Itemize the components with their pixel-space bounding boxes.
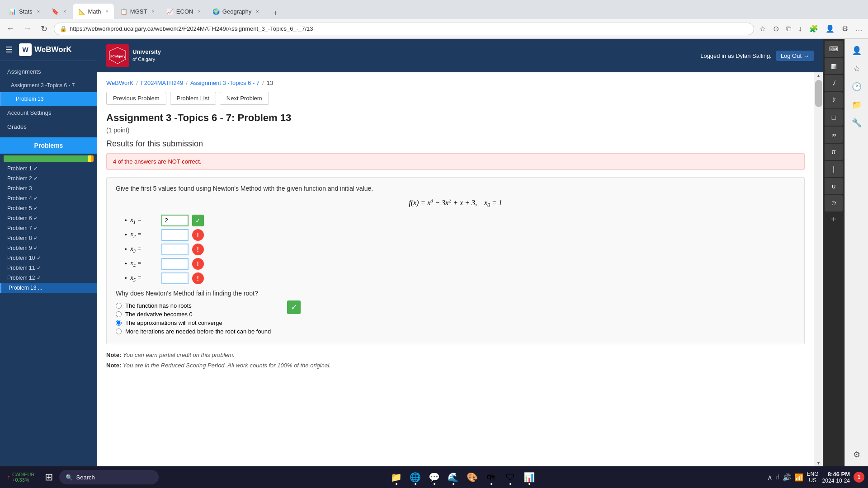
forward-button[interactable]: → xyxy=(21,22,34,35)
breadcrumb-course[interactable]: F2024MATH249 xyxy=(141,80,183,86)
taskbar-app-store[interactable]: 🛍 xyxy=(483,469,500,486)
notification-badge[interactable]: 1 xyxy=(854,472,864,483)
math-tool-abs[interactable]: | xyxy=(825,161,843,177)
side-panel-history[interactable]: 🕐 xyxy=(849,79,865,95)
tray-up-arrow[interactable]: ∧ xyxy=(767,473,773,482)
side-panel-tools[interactable]: 🔧 xyxy=(849,115,865,131)
radio-input-2[interactable] xyxy=(116,311,122,317)
sidebar-item-problem13[interactable]: Problem 13 xyxy=(0,92,97,106)
problem-list-item-9[interactable]: Problem 9 ✓ xyxy=(0,243,97,253)
address-bar[interactable]: 🔒 https://webworkprod.ucalgary.ca/webwor… xyxy=(54,23,754,35)
audio-icon[interactable]: 🔊 xyxy=(783,473,792,482)
problem-list-item-10[interactable]: Problem 10 ✓ xyxy=(0,253,97,263)
math-tool-keypad[interactable]: ⌨ xyxy=(825,41,843,57)
scroll-up-arrow[interactable]: ▲ xyxy=(814,72,823,79)
next-problem-button[interactable]: Next Problem xyxy=(220,92,269,105)
problem-list-item-12[interactable]: Problem 12 ✓ xyxy=(0,273,97,283)
side-panel-collections[interactable]: 📁 xyxy=(849,97,865,113)
sidebar-item-account[interactable]: Account Settings xyxy=(0,106,97,120)
taskbar-app-antivirus[interactable]: 🛡 xyxy=(502,469,519,486)
problem-list-item-7[interactable]: Problem 7 ✓ xyxy=(0,223,97,233)
math-tool-tt[interactable]: Tt xyxy=(825,195,843,211)
taskbar-app-file-explorer[interactable]: 📁 xyxy=(388,469,405,486)
taskbar-app-excel[interactable]: 📊 xyxy=(521,469,538,486)
scroll-down-arrow[interactable]: ▼ xyxy=(814,460,823,466)
math-tool-cbrt[interactable]: ∛ xyxy=(825,92,843,108)
reload-button[interactable]: ↻ xyxy=(38,22,50,36)
taskbar-clock[interactable]: 8:46 PM 2024-10-24 xyxy=(822,471,850,484)
logout-button[interactable]: Log Out → xyxy=(776,51,814,61)
tab-geography[interactable]: 🌍 Geography × xyxy=(207,4,264,19)
tab-2[interactable]: 🔖 × xyxy=(46,4,71,19)
answer-input-3[interactable] xyxy=(161,244,189,255)
tab-stats[interactable]: 📊 Stats × xyxy=(4,4,45,19)
answer-input-2[interactable] xyxy=(161,229,189,241)
network-icon[interactable]: 📶 xyxy=(794,473,803,482)
extensions-button[interactable]: 🧩 xyxy=(807,23,820,35)
more-button[interactable]: … xyxy=(854,23,864,35)
radio-input-3[interactable] xyxy=(116,320,122,326)
tab-geography-close[interactable]: × xyxy=(256,9,259,14)
radio-input-1[interactable] xyxy=(116,303,122,309)
breadcrumb-assignment[interactable]: Assignment 3 -Topics 6 - 7 xyxy=(190,80,259,86)
problem-list-button[interactable]: Problem List xyxy=(170,92,216,105)
start-button[interactable]: ⊞ xyxy=(41,469,57,485)
tab-2-close[interactable]: × xyxy=(63,9,66,14)
stock-ticker[interactable]: ↑ CAD/EUR +0.33% xyxy=(4,471,38,483)
math-tool-union[interactable]: ∪ xyxy=(825,178,843,194)
bookmark-button[interactable]: ☆ xyxy=(758,23,768,35)
problem-list-item-11[interactable]: Problem 11 ✓ xyxy=(0,263,97,273)
language-indicator[interactable]: ENG US xyxy=(807,471,819,483)
taskbar-app-browser[interactable]: 🌐 xyxy=(407,469,424,486)
problem-list-item-5[interactable]: Problem 5 ✓ xyxy=(0,203,97,213)
tab-mgst[interactable]: 📋 MGST × xyxy=(115,4,160,19)
profile-button[interactable]: 👤 xyxy=(824,23,836,35)
tab-math[interactable]: 📐 Math × xyxy=(73,4,114,19)
side-panel-profile[interactable]: 👤 xyxy=(849,42,865,59)
split-screen-button[interactable]: ⧉ xyxy=(784,23,793,35)
problem-list-item-2[interactable]: Problem 2 ✓ xyxy=(0,174,97,183)
hamburger-menu[interactable]: ☰ xyxy=(5,45,13,55)
math-tool-infinity[interactable]: ∞ xyxy=(825,127,843,143)
tab-econ[interactable]: 📈 ECON × xyxy=(161,4,206,19)
back-button[interactable]: ← xyxy=(4,22,17,35)
sidebar-problems-button[interactable]: Problems xyxy=(0,137,97,154)
previous-problem-button[interactable]: Previous Problem xyxy=(106,92,166,105)
taskbar-app-paint[interactable]: 🎨 xyxy=(464,469,481,486)
answer-input-1[interactable] xyxy=(161,215,189,226)
taskbar-app-edge[interactable]: 🌊 xyxy=(445,469,462,486)
taskbar-app-teams[interactable]: 💬 xyxy=(426,469,443,486)
downloads-button[interactable]: ↓ xyxy=(797,23,804,35)
math-tool-pi[interactable]: π xyxy=(825,144,843,160)
math-tool-add[interactable]: + xyxy=(831,214,836,225)
side-panel-extensions[interactable]: ⚙ xyxy=(849,446,865,463)
sidebar-item-assignment-detail[interactable]: Assignment 3 -Topics 6 - 7 xyxy=(0,79,97,92)
sidebar-item-assignments[interactable]: Assignments xyxy=(0,65,97,79)
problem-list-item-13[interactable]: Problem 13 ... xyxy=(0,283,97,293)
tab-stats-close[interactable]: × xyxy=(37,9,40,14)
radio-input-4[interactable] xyxy=(116,328,122,334)
right-scrollbar[interactable]: ▲ ▼ xyxy=(814,72,823,466)
math-tool-sqrt[interactable]: √ xyxy=(825,75,843,91)
taskbar-search[interactable]: 🔍 Search xyxy=(59,470,159,484)
problem-list-item-1[interactable]: Problem 1 ✓ xyxy=(0,164,97,174)
new-tab-button[interactable]: + xyxy=(271,7,280,19)
sidebar-item-grades[interactable]: Grades xyxy=(0,120,97,134)
problem-list-item-8[interactable]: Problem 8 ✓ xyxy=(0,233,97,243)
breadcrumb-webwork[interactable]: WeBWorK xyxy=(106,80,133,86)
problem-list-item-4[interactable]: Problem 4 ✓ xyxy=(0,193,97,203)
settings-button[interactable]: ⚙ xyxy=(840,23,850,35)
problem-list-item-3[interactable]: Problem 3 xyxy=(0,183,97,193)
problem-list-item-6[interactable]: Problem 6 ✓ xyxy=(0,213,97,223)
bluetooth-icon[interactable]: ⑁ xyxy=(775,473,780,481)
scroll-thumb[interactable] xyxy=(815,80,822,107)
tab-math-close[interactable]: × xyxy=(105,9,108,14)
math-tool-square[interactable]: □ xyxy=(825,109,843,126)
side-panel-favorites[interactable]: ☆ xyxy=(849,61,865,77)
reader-button[interactable]: ⊙ xyxy=(771,23,781,35)
tab-mgst-close[interactable]: × xyxy=(151,9,154,14)
tab-econ-close[interactable]: × xyxy=(198,9,200,14)
answer-input-5[interactable] xyxy=(161,272,189,284)
answer-input-4[interactable] xyxy=(161,258,189,270)
math-tool-matrix[interactable]: ▦ xyxy=(825,58,843,74)
